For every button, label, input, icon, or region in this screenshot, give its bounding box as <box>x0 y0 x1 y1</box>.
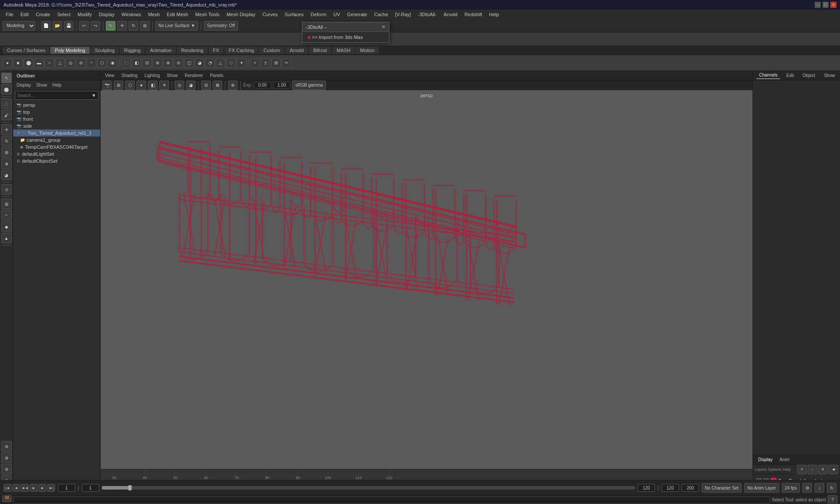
shelf-icon-torus[interactable]: ○ <box>45 58 54 68</box>
move-tool-left[interactable]: ✛ <box>1 124 12 135</box>
viewport-canvas[interactable]: persp <box>101 90 752 471</box>
vp-grid-btn[interactable]: ⊞ <box>114 80 123 90</box>
shelf-icon-combine[interactable]: ⊕ <box>153 58 162 68</box>
delete-layer-btn[interactable]: - <box>808 465 817 474</box>
menu-display[interactable]: Display <box>96 11 118 18</box>
shelf-icon-bridge[interactable]: ⊟ <box>142 58 152 68</box>
shelf-icon-insert-edge[interactable]: + <box>250 58 260 68</box>
menu-deform[interactable]: Deform <box>308 11 329 18</box>
shelf-icon-smooth[interactable]: ◕ <box>195 58 204 68</box>
vp-isolate-btn[interactable]: ◎ <box>175 80 184 90</box>
redo-button[interactable]: ↪ <box>91 21 100 31</box>
shelf-icon-sphere[interactable]: ● <box>3 58 12 68</box>
menu-mesh-display[interactable]: Mesh Display <box>224 11 259 18</box>
shelf-icon-triangulate[interactable]: △ <box>216 58 225 68</box>
shelf-tab-rendering[interactable]: Rendering <box>177 47 208 54</box>
snap-grid[interactable]: ⊞ <box>1 199 12 209</box>
lasso-tool[interactable]: ◌ <box>1 98 12 109</box>
menu-mesh-tools[interactable]: Mesh Tools <box>192 11 222 18</box>
max-frame-input[interactable] <box>682 484 699 492</box>
new-layer-btn[interactable]: + <box>797 465 807 474</box>
layer-tab-anim[interactable]: Anim <box>777 456 792 463</box>
camera-orbit[interactable]: ⊚ <box>1 441 12 452</box>
menu-create[interactable]: Create <box>33 11 53 18</box>
outliner-search-box[interactable]: ▼ <box>15 91 98 100</box>
open-scene-button[interactable]: 📂 <box>52 21 62 31</box>
vp-light-btn[interactable]: ☀ <box>159 80 169 90</box>
channel-box-tab-channels[interactable]: Channels <box>756 72 780 79</box>
snap-curve[interactable]: ~ <box>1 210 12 220</box>
select-tool[interactable]: ↖ <box>1 73 12 83</box>
shelf-icon-split[interactable]: ✂ <box>282 58 291 68</box>
vp-xray-btn[interactable]: ◕ <box>186 80 196 90</box>
menu-edit[interactable]: Edit <box>18 11 32 18</box>
color-space-btn[interactable]: sRGB gamma <box>292 80 326 90</box>
go-to-end-btn[interactable]: ►| <box>47 484 55 492</box>
range-end-input[interactable] <box>637 484 655 492</box>
viewport-menu-renderer[interactable]: Renderer <box>183 73 205 78</box>
go-to-start-btn[interactable]: |◄ <box>4 484 11 492</box>
viewport-menu-view[interactable]: View <box>103 73 116 78</box>
shelf-icon-extrude[interactable]: ⬛ <box>121 58 131 68</box>
shelf-icon-cube[interactable]: ■ <box>13 58 23 68</box>
menu-3dtoall[interactable]: -3DtoAll- <box>415 11 440 18</box>
range-start-input[interactable] <box>82 484 99 492</box>
snap-point[interactable]: ◆ <box>1 221 12 232</box>
menu-arnold[interactable]: Arnold <box>441 11 461 18</box>
shelf-icon-disk[interactable]: ◎ <box>66 58 75 68</box>
loop-btn[interactable]: ↻ <box>827 483 836 493</box>
shelf-tab-bifrost[interactable]: Bifrost <box>309 47 331 54</box>
menu-mesh[interactable]: Mesh <box>145 11 163 18</box>
shelf-icon-connect[interactable]: ⊞ <box>271 58 281 68</box>
shelf-tab-sculpting[interactable]: Sculpting <box>91 47 119 54</box>
shelf-tab-curves-surfaces[interactable]: Curves / Surfaces <box>3 47 49 54</box>
rotate-tool-left[interactable]: ↻ <box>1 136 12 146</box>
shelf-icon-ultra[interactable]: ◉ <box>108 58 117 68</box>
range-handle[interactable] <box>128 485 132 490</box>
shelf-tab-animation[interactable]: Animation <box>146 47 176 54</box>
outliner-search-input[interactable] <box>17 93 91 98</box>
vp-safearea-btn[interactable]: ⊠ <box>213 80 222 90</box>
close-button[interactable]: ✕ <box>830 2 836 8</box>
vtray-import-item[interactable]: ■ >> Import from 3ds Max <box>302 32 389 42</box>
camera-pan[interactable]: ⊛ <box>1 452 12 463</box>
play-back-btn[interactable]: ◄◄ <box>21 484 29 492</box>
audio-btn[interactable]: ♪ <box>815 483 824 493</box>
restore-button[interactable]: ☐ <box>822 2 829 8</box>
shelf-icon-mirror[interactable]: ◫ <box>184 58 194 68</box>
layer-options-btn[interactable]: ≡ <box>818 465 828 474</box>
shelf-icon-plane[interactable]: ▬ <box>34 58 44 68</box>
shelf-icon-pipe[interactable]: ⊖ <box>76 58 86 68</box>
camera-zoom[interactable]: ⊜ <box>1 464 12 474</box>
menu-edit-mesh[interactable]: Edit Mesh <box>164 11 191 18</box>
show-manip[interactable]: ⊙ <box>1 184 12 195</box>
outliner-item-camera-group[interactable]: 📁 camera1_group <box>13 136 100 144</box>
shelf-icon-soccer[interactable]: ⬡ <box>97 58 107 68</box>
universal-manip[interactable]: ⊕ <box>1 158 12 169</box>
shelf-icon-boolean[interactable]: ⊘ <box>174 58 183 68</box>
shelf-icon-cylinder[interactable]: ⬤ <box>24 58 33 68</box>
select-tool-button[interactable]: ↖ <box>106 21 116 31</box>
move-tool-button[interactable]: ✛ <box>117 21 127 31</box>
outliner-item-aqueduct[interactable]: ▼ ⬡ Two_Tiered_Aqueduct_nd1_1 <box>13 130 100 136</box>
viewport-menu-lighting[interactable]: Lighting <box>143 73 161 78</box>
channel-box-tab-show[interactable]: Show <box>821 72 837 79</box>
outliner-item-tempcam[interactable]: ◆ TempCamFBXASC046Target <box>13 144 100 150</box>
outliner-menu-help[interactable]: Help <box>51 82 63 88</box>
shelf-icon-cleanup[interactable]: ✦ <box>237 58 246 68</box>
end-frame-input[interactable] <box>662 484 679 492</box>
shelf-tab-arnold[interactable]: Arnold <box>285 47 308 54</box>
paint-select-tool[interactable]: ⬤ <box>1 84 12 94</box>
menu-curves[interactable]: Curves <box>259 11 281 18</box>
menu-uv[interactable]: UV <box>330 11 343 18</box>
shelf-icon-helix[interactable]: ~ <box>87 58 96 68</box>
outliner-item-side[interactable]: 📷 side <box>13 122 100 130</box>
menu-redshift[interactable]: Redshift <box>462 11 485 18</box>
playback-settings-btn[interactable]: ⚙ <box>802 483 812 493</box>
menu-surfaces[interactable]: Surfaces <box>282 11 307 18</box>
shelf-tab-fx[interactable]: FX <box>209 47 224 54</box>
current-frame-input[interactable] <box>58 484 75 492</box>
menu-file[interactable]: File <box>3 11 17 18</box>
vtray-close-icon[interactable]: ✕ <box>382 24 385 30</box>
no-anim-layer-btn[interactable]: No Anim Layer <box>744 483 779 493</box>
